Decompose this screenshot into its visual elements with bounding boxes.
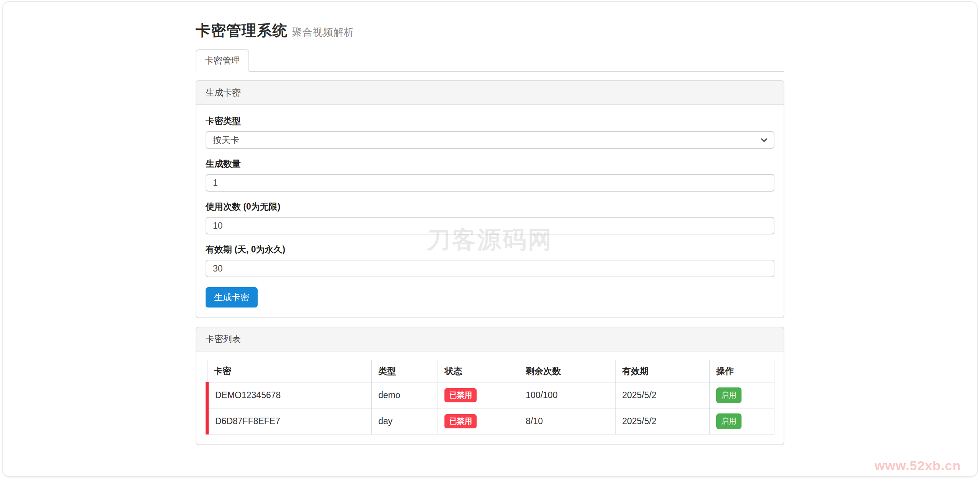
cell-status: 已禁用	[438, 382, 519, 408]
list-panel-header: 卡密列表	[196, 327, 784, 351]
cell-remaining: 8/10	[519, 408, 616, 434]
list-panel-body: 卡密 类型 状态 剩余次数 有效期 操作 DEMO12345678 demo	[196, 351, 784, 444]
generate-card-panel: 生成卡密 卡密类型 按天卡 生成数量 使用次数 (0为无限) 有效期 (天, 0…	[196, 80, 784, 318]
quantity-label: 生成数量	[206, 158, 774, 170]
cell-actions: 启用	[710, 382, 774, 408]
status-badge: 已禁用	[444, 414, 477, 428]
table-row: D6D87FF8EFE7 day 已禁用 8/10 2025/5/2 启用	[207, 408, 774, 434]
cell-actions: 启用	[710, 408, 774, 434]
cell-type: day	[372, 408, 438, 434]
card-type-label: 卡密类型	[206, 115, 774, 127]
col-header-card-key: 卡密	[207, 360, 372, 382]
main-container: 卡密管理系统聚合视频解析 卡密管理 生成卡密 卡密类型 按天卡 生成数量	[196, 2, 784, 445]
page-subtitle: 聚合视频解析	[292, 26, 354, 38]
cell-expiry: 2025/5/2	[616, 382, 710, 408]
generate-panel-header: 生成卡密	[196, 81, 784, 105]
generate-panel-body: 卡密类型 按天卡 生成数量 使用次数 (0为无限) 有效期 (天, 0为永久) …	[196, 105, 784, 317]
cell-status: 已禁用	[438, 408, 519, 434]
enable-button[interactable]: 启用	[716, 387, 742, 403]
enable-button[interactable]: 启用	[716, 413, 742, 429]
table-header-row: 卡密 类型 状态 剩余次数 有效期 操作	[207, 360, 774, 382]
status-badge: 已禁用	[444, 388, 477, 402]
col-header-status: 状态	[438, 360, 519, 382]
validity-input[interactable]	[206, 260, 774, 277]
cell-remaining: 100/100	[519, 382, 616, 408]
corner-watermark: www.52xb.cn	[875, 458, 961, 473]
cell-card-key: DEMO12345678	[207, 382, 372, 408]
col-header-actions: 操作	[710, 360, 774, 382]
cell-expiry: 2025/5/2	[616, 408, 710, 434]
generate-card-button[interactable]: 生成卡密	[206, 287, 258, 308]
col-header-type: 类型	[372, 360, 438, 382]
col-header-remaining: 剩余次数	[519, 360, 616, 382]
tab-bar: 卡密管理	[196, 49, 784, 72]
card-list-panel: 卡密列表 卡密 类型 状态 剩余次数 有效期 操作	[196, 327, 784, 445]
usage-count-input[interactable]	[206, 217, 774, 234]
cell-type: demo	[372, 382, 438, 408]
tab-card-management[interactable]: 卡密管理	[196, 49, 249, 72]
quantity-input[interactable]	[206, 174, 774, 192]
card-type-select[interactable]: 按天卡	[206, 131, 774, 149]
card-list-table: 卡密 类型 状态 剩余次数 有效期 操作 DEMO12345678 demo	[206, 360, 774, 434]
col-header-expiry: 有效期	[616, 360, 710, 382]
card-type-select-wrap: 按天卡	[206, 131, 774, 149]
page-title: 卡密管理系统聚合视频解析	[196, 20, 784, 41]
app-window: 卡密管理系统聚合视频解析 卡密管理 生成卡密 卡密类型 按天卡 生成数量	[2, 1, 978, 477]
cell-card-key: D6D87FF8EFE7	[207, 408, 372, 434]
usage-count-label: 使用次数 (0为无限)	[206, 201, 774, 213]
validity-label: 有效期 (天, 0为永久)	[206, 244, 774, 255]
table-row: DEMO12345678 demo 已禁用 100/100 2025/5/2 启…	[207, 382, 774, 408]
page-title-text: 卡密管理系统	[196, 22, 287, 39]
